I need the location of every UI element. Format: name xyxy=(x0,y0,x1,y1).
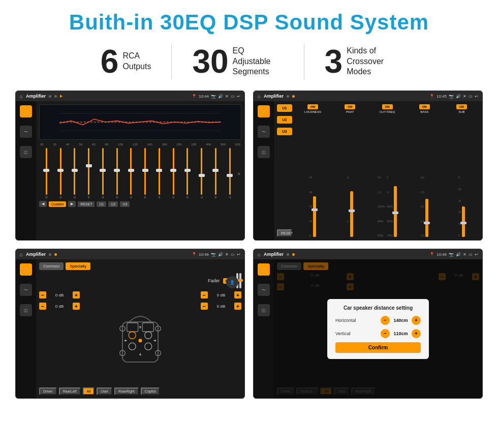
fader-person-icon[interactable]: 👤 xyxy=(226,276,238,288)
fader-plus-3[interactable]: + xyxy=(234,291,241,298)
xover-reset-btn[interactable]: RESET xyxy=(277,229,292,237)
xover-bass-on[interactable]: ON xyxy=(419,104,430,109)
dist-sidebar-vol-icon[interactable]: ◫ xyxy=(258,304,270,316)
eq-u2-btn[interactable]: U2 xyxy=(108,201,118,207)
fader-sidebar-eq-icon[interactable]: ≡ xyxy=(20,263,32,276)
fader-minus-3[interactable]: − xyxy=(201,291,208,298)
dist-status-right: 📍 10:46 📷 🔊 ✕ ▭ ↩ xyxy=(429,252,478,257)
eq-screen-body: ≡ 〜 ◫ xyxy=(16,101,244,240)
fader-plus-2[interactable]: + xyxy=(73,303,80,310)
xover-sidebar-wave-icon[interactable]: 〜 xyxy=(258,126,270,138)
stat-label-eq: EQ AdjustableSegments xyxy=(233,46,284,77)
fader-screenshot: ⌂ Amplifier 📍 10:46 📷 🔊 ✕ ▭ ↩ ≡ xyxy=(15,249,245,399)
modal-horizontal-plus[interactable]: + xyxy=(412,316,421,325)
eq-slider-2[interactable]: 0 xyxy=(54,148,67,199)
fader-sidebar-wave-icon[interactable]: 〜 xyxy=(20,284,32,296)
eq-slider-5[interactable]: 0 xyxy=(97,148,109,199)
eq-next-btn[interactable]: ▶ xyxy=(68,201,76,207)
dist-sidebar-eq-icon[interactable]: ≡ xyxy=(258,263,270,276)
eq-reset-btn[interactable]: RESET xyxy=(78,201,95,207)
fader-left-controls: − 0 dB + − 0 dB + xyxy=(39,291,80,387)
eq-slider-4[interactable]: 5 xyxy=(82,148,95,199)
eq-slider-9[interactable]: 0 xyxy=(153,148,166,199)
eq-slider-10[interactable]: 0 xyxy=(167,148,180,199)
modal-horizontal-minus[interactable]: − xyxy=(381,316,390,325)
eq-slider-1[interactable]: 0 xyxy=(40,148,53,199)
fader-user-btn[interactable]: User xyxy=(97,387,112,395)
eq-freq-160: 160 xyxy=(147,143,152,146)
eq-slider-7[interactable]: 0 xyxy=(125,148,138,199)
eq-prev-btn[interactable]: ◀ xyxy=(39,201,47,207)
eq-status-right: 📍 10:44 📷 🔊 ✕ ▭ ↩ xyxy=(192,94,240,99)
eq-u1-btn[interactable]: U1 xyxy=(97,201,106,207)
fader-rearleft-btn[interactable]: RearLeft xyxy=(59,387,81,395)
modal-horizontal-value: 140cm xyxy=(392,318,410,323)
modal-vertical-minus[interactable]: − xyxy=(381,329,390,338)
fader-pin-icon: 📍 xyxy=(192,252,197,257)
stat-eq: 30 EQ AdjustableSegments xyxy=(172,45,303,78)
eq-slider-12[interactable]: -1 xyxy=(195,148,208,199)
xover-vol-icon: 🔊 xyxy=(456,94,461,99)
modal-vertical-value: 110cm xyxy=(392,331,410,336)
svg-point-7 xyxy=(145,332,152,339)
xover-u2-btn[interactable]: U2 xyxy=(277,116,292,124)
fader-status-left: ⌂ Amplifier xyxy=(20,252,57,257)
xover-cutfreq-label: CUT FREQ xyxy=(380,110,395,113)
eq-slider-8[interactable]: 0 xyxy=(139,148,151,199)
xover-cutfreq-on[interactable]: ON xyxy=(382,104,393,109)
eq-sidebar-vol-icon[interactable]: ◫ xyxy=(20,146,32,158)
modal-horizontal-control: − 140cm + xyxy=(381,316,421,325)
fader-screen-body: ≡ 〜 ◫ Common Specialty Fader ON xyxy=(16,259,244,398)
eq-dot1 xyxy=(49,95,51,98)
fader-dot2 xyxy=(54,253,57,256)
fader-rearright-btn[interactable]: RearRight xyxy=(114,387,139,395)
fader-minus-1[interactable]: − xyxy=(39,291,46,298)
xover-back-icon: ↩ xyxy=(475,94,478,99)
fader-db-val-4: 0 dB xyxy=(210,304,232,309)
fader-car-diagram xyxy=(84,291,197,387)
fader-plus-1[interactable]: + xyxy=(73,291,80,298)
fader-minus-2[interactable]: − xyxy=(39,303,46,310)
xover-sidebar-eq-icon[interactable]: ≡ xyxy=(258,105,270,117)
xover-channels: ON LOUDNESS 644832160 xyxy=(295,104,479,237)
eq-slider-14[interactable]: -1 xyxy=(224,148,236,199)
eq-time: 10:44 xyxy=(199,94,209,99)
stats-row: 6 RCAOutputs 30 EQ AdjustableSegments 3 … xyxy=(15,44,483,79)
eq-sidebar-wave-icon[interactable]: 〜 xyxy=(20,126,32,138)
fader-bottom-row: Driver RearLeft All User RearRight Copil… xyxy=(39,387,241,395)
eq-status-bar: ⌂ Amplifier ▶ 📍 10:44 📷 🔊 ✕ ▭ ↩ xyxy=(16,91,244,101)
fader-tab-common[interactable]: Common xyxy=(39,262,64,270)
stat-rca: 6 RCAOutputs xyxy=(80,45,172,78)
eq-slider-6[interactable]: 0 xyxy=(111,148,123,199)
dist-sidebar-wave-icon[interactable]: 〜 xyxy=(258,284,270,296)
eq-slider-11[interactable]: 0 xyxy=(181,148,194,199)
xover-phat-on[interactable]: ON xyxy=(345,104,355,109)
eq-custom-btn[interactable]: Custom xyxy=(49,201,66,207)
fader-all-btn[interactable]: All xyxy=(83,387,95,395)
distance-screenshot: ⌂ Amplifier 📍 10:46 📷 🔊 ✕ ▭ ↩ ≡ xyxy=(253,249,483,399)
fader-plus-4[interactable]: + xyxy=(234,303,241,310)
fader-driver-btn[interactable]: Driver xyxy=(39,387,57,395)
xover-rect-icon: ▭ xyxy=(469,94,473,99)
xover-home-icon: ⌂ xyxy=(258,94,261,99)
svg-point-6 xyxy=(129,332,136,339)
fader-minus-4[interactable]: − xyxy=(201,303,208,310)
eq-slider-3[interactable]: 0 xyxy=(69,148,81,199)
eq-cam-icon: 📷 xyxy=(211,94,216,99)
xover-sidebar-vol-icon[interactable]: ◫ xyxy=(258,146,270,158)
modal-horizontal-label: Horizontal xyxy=(335,318,356,323)
modal-vertical-plus[interactable]: + xyxy=(412,329,421,338)
eq-sidebar-eq-icon[interactable]: ≡ xyxy=(20,105,32,117)
fader-tab-specialty[interactable]: Specialty xyxy=(66,262,90,270)
modal-overlay: Car speaker distance setting Horizontal … xyxy=(274,259,482,398)
xover-u1-btn[interactable]: U1 xyxy=(277,104,292,112)
fader-sidebar-vol-icon[interactable]: ◫ xyxy=(20,304,32,316)
eq-slider-13[interactable]: 0 xyxy=(209,148,222,199)
xover-sub-on[interactable]: ON xyxy=(456,104,467,109)
eq-u3-btn[interactable]: U3 xyxy=(120,201,130,207)
fader-copilot-btn[interactable]: Copilot xyxy=(141,387,160,395)
xover-loudness-on[interactable]: ON xyxy=(307,104,318,109)
fader-db-val-3: 0 dB xyxy=(210,293,232,297)
xover-u3-btn[interactable]: U3 xyxy=(277,128,292,135)
confirm-button[interactable]: Confirm xyxy=(335,342,421,353)
